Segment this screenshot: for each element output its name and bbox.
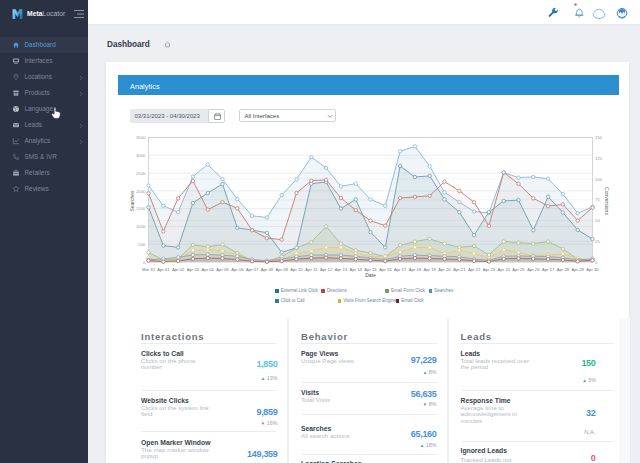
svg-text:125: 125: [595, 156, 603, 161]
svg-text:75: 75: [595, 197, 600, 202]
svg-text:Apr 26: Apr 26: [527, 267, 540, 272]
svg-text:Apr 25: Apr 25: [512, 267, 525, 272]
svg-text:2000: 2000: [136, 189, 146, 194]
svg-text:100: 100: [595, 177, 603, 182]
svg-text:0: 0: [143, 260, 146, 265]
svg-text:Conversions: Conversions: [604, 187, 610, 215]
svg-text:Date: Date: [365, 272, 376, 278]
svg-text:Mar 31: Mar 31: [142, 267, 156, 272]
svg-text:Apr 01: Apr 01: [157, 267, 170, 272]
svg-text:Apr 21: Apr 21: [453, 267, 466, 272]
svg-text:Apr 29: Apr 29: [572, 267, 585, 272]
svg-text:Apr 11: Apr 11: [305, 267, 318, 272]
svg-text:0: 0: [595, 260, 598, 265]
svg-text:Apr 12: Apr 12: [320, 267, 333, 272]
svg-text:Apr 30: Apr 30: [586, 267, 599, 272]
svg-text:Apr 06: Apr 06: [231, 267, 244, 272]
svg-text:500: 500: [138, 242, 146, 247]
svg-text:Apr 17: Apr 17: [394, 267, 407, 272]
svg-text:Apr 02: Apr 02: [172, 267, 185, 272]
svg-text:Apr 16: Apr 16: [379, 267, 392, 272]
svg-text:Apr 13: Apr 13: [335, 267, 348, 272]
svg-text:3500: 3500: [136, 135, 146, 140]
svg-text:Apr 07: Apr 07: [246, 267, 259, 272]
svg-text:50: 50: [595, 218, 600, 223]
svg-text:Apr 19: Apr 19: [424, 267, 437, 272]
svg-text:Apr 24: Apr 24: [498, 267, 511, 272]
svg-text:1000: 1000: [136, 224, 146, 229]
svg-text:1500: 1500: [136, 206, 146, 211]
svg-text:Searches: Searches: [129, 190, 135, 212]
svg-text:150: 150: [595, 135, 603, 140]
svg-text:Apr 14: Apr 14: [350, 267, 363, 272]
svg-text:Apr 10: Apr 10: [290, 267, 303, 272]
svg-text:Apr 09: Apr 09: [276, 267, 289, 272]
svg-text:Apr 04: Apr 04: [202, 267, 215, 272]
svg-text:Apr 03: Apr 03: [187, 267, 200, 272]
svg-text:Apr 23: Apr 23: [483, 267, 496, 272]
svg-text:3000: 3000: [136, 153, 146, 158]
svg-text:Apr 08: Apr 08: [261, 267, 274, 272]
svg-text:Apr 20: Apr 20: [438, 267, 451, 272]
svg-text:Apr 18: Apr 18: [409, 267, 422, 272]
svg-text:2500: 2500: [136, 171, 146, 176]
svg-text:Apr 27: Apr 27: [542, 267, 555, 272]
svg-text:Apr 28: Apr 28: [557, 267, 570, 272]
svg-text:25: 25: [595, 239, 600, 244]
svg-text:Apr 22: Apr 22: [468, 267, 481, 272]
svg-text:Apr 05: Apr 05: [216, 267, 229, 272]
